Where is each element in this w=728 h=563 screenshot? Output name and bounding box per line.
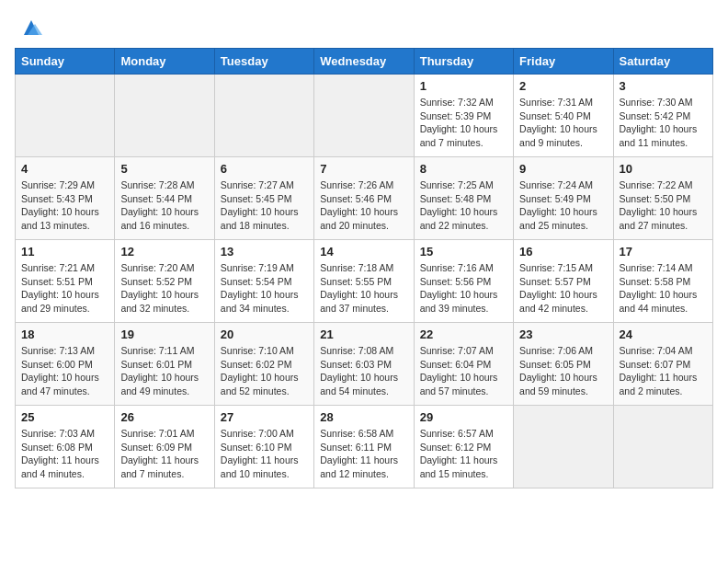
calendar-table: SundayMondayTuesdayWednesdayThursdayFrid… bbox=[15, 48, 713, 488]
calendar-cell: 8Sunrise: 7:25 AM Sunset: 5:48 PM Daylig… bbox=[414, 157, 513, 240]
calendar-cell: 22Sunrise: 7:07 AM Sunset: 6:04 PM Dayli… bbox=[414, 323, 513, 406]
calendar-cell: 27Sunrise: 7:00 AM Sunset: 6:10 PM Dayli… bbox=[214, 406, 313, 488]
day-number: 7 bbox=[320, 162, 407, 176]
day-header-saturday: Saturday bbox=[613, 49, 712, 75]
logo bbox=[15, 15, 44, 40]
calendar-cell: 4Sunrise: 7:29 AM Sunset: 5:43 PM Daylig… bbox=[16, 157, 115, 240]
calendar-cell: 26Sunrise: 7:01 AM Sunset: 6:09 PM Dayli… bbox=[115, 406, 214, 488]
day-info: Sunrise: 6:57 AM Sunset: 6:12 PM Dayligh… bbox=[420, 427, 507, 481]
calendar-cell: 7Sunrise: 7:26 AM Sunset: 5:46 PM Daylig… bbox=[314, 157, 414, 240]
day-info: Sunrise: 7:06 AM Sunset: 6:05 PM Dayligh… bbox=[519, 344, 607, 398]
calendar-week-2: 4Sunrise: 7:29 AM Sunset: 5:43 PM Daylig… bbox=[16, 157, 713, 240]
day-number: 11 bbox=[21, 245, 108, 259]
calendar-cell: 24Sunrise: 7:04 AM Sunset: 6:07 PM Dayli… bbox=[613, 323, 712, 406]
calendar-cell: 11Sunrise: 7:21 AM Sunset: 5:51 PM Dayli… bbox=[16, 240, 115, 323]
calendar-cell bbox=[115, 75, 214, 157]
day-number: 27 bbox=[221, 410, 308, 424]
calendar-cell bbox=[314, 75, 414, 157]
calendar-cell: 14Sunrise: 7:18 AM Sunset: 5:55 PM Dayli… bbox=[314, 240, 414, 323]
day-number: 21 bbox=[320, 327, 407, 341]
calendar-cell: 12Sunrise: 7:20 AM Sunset: 5:52 PM Dayli… bbox=[115, 240, 214, 323]
calendar-cell bbox=[514, 406, 613, 488]
day-info: Sunrise: 7:01 AM Sunset: 6:09 PM Dayligh… bbox=[120, 427, 208, 481]
day-info: Sunrise: 7:15 AM Sunset: 5:57 PM Dayligh… bbox=[519, 261, 607, 316]
calendar-cell: 23Sunrise: 7:06 AM Sunset: 6:05 PM Dayli… bbox=[514, 323, 613, 406]
calendar-cell: 5Sunrise: 7:28 AM Sunset: 5:44 PM Daylig… bbox=[115, 157, 214, 240]
day-info: Sunrise: 7:26 AM Sunset: 5:46 PM Dayligh… bbox=[320, 178, 407, 233]
day-number: 6 bbox=[221, 162, 308, 176]
day-number: 9 bbox=[519, 162, 607, 176]
calendar-cell bbox=[613, 406, 712, 488]
day-number: 17 bbox=[620, 245, 707, 259]
days-header-row: SundayMondayTuesdayWednesdayThursdayFrid… bbox=[16, 49, 713, 75]
day-info: Sunrise: 7:16 AM Sunset: 5:56 PM Dayligh… bbox=[420, 261, 507, 316]
day-info: Sunrise: 7:22 AM Sunset: 5:50 PM Dayligh… bbox=[620, 178, 707, 233]
calendar-cell: 21Sunrise: 7:08 AM Sunset: 6:03 PM Dayli… bbox=[314, 323, 414, 406]
day-info: Sunrise: 7:21 AM Sunset: 5:51 PM Dayligh… bbox=[21, 261, 108, 316]
day-header-thursday: Thursday bbox=[414, 49, 513, 75]
day-info: Sunrise: 7:08 AM Sunset: 6:03 PM Dayligh… bbox=[320, 344, 407, 398]
day-number: 14 bbox=[320, 245, 407, 259]
day-info: Sunrise: 7:24 AM Sunset: 5:49 PM Dayligh… bbox=[519, 178, 607, 233]
day-info: Sunrise: 7:20 AM Sunset: 5:52 PM Dayligh… bbox=[120, 261, 208, 316]
day-info: Sunrise: 7:31 AM Sunset: 5:40 PM Dayligh… bbox=[519, 96, 607, 150]
calendar-cell: 25Sunrise: 7:03 AM Sunset: 6:08 PM Dayli… bbox=[16, 406, 115, 488]
day-info: Sunrise: 7:32 AM Sunset: 5:39 PM Dayligh… bbox=[420, 96, 507, 150]
day-info: Sunrise: 7:04 AM Sunset: 6:07 PM Dayligh… bbox=[620, 344, 707, 398]
day-number: 13 bbox=[221, 245, 308, 259]
day-header-monday: Monday bbox=[115, 49, 214, 75]
calendar-cell: 16Sunrise: 7:15 AM Sunset: 5:57 PM Dayli… bbox=[514, 240, 613, 323]
calendar-cell: 10Sunrise: 7:22 AM Sunset: 5:50 PM Dayli… bbox=[613, 157, 712, 240]
calendar-week-3: 11Sunrise: 7:21 AM Sunset: 5:51 PM Dayli… bbox=[16, 240, 713, 323]
calendar-cell: 29Sunrise: 6:57 AM Sunset: 6:12 PM Dayli… bbox=[414, 406, 513, 488]
day-number: 22 bbox=[420, 327, 507, 341]
calendar-cell: 19Sunrise: 7:11 AM Sunset: 6:01 PM Dayli… bbox=[115, 323, 214, 406]
calendar-week-1: 1Sunrise: 7:32 AM Sunset: 5:39 PM Daylig… bbox=[16, 75, 713, 157]
day-number: 18 bbox=[21, 327, 108, 341]
day-number: 4 bbox=[21, 162, 108, 176]
day-number: 28 bbox=[320, 410, 407, 424]
day-info: Sunrise: 7:13 AM Sunset: 6:00 PM Dayligh… bbox=[21, 344, 108, 398]
calendar-cell: 6Sunrise: 7:27 AM Sunset: 5:45 PM Daylig… bbox=[214, 157, 313, 240]
logo-icon bbox=[18, 15, 44, 40]
day-info: Sunrise: 7:18 AM Sunset: 5:55 PM Dayligh… bbox=[320, 261, 407, 316]
day-info: Sunrise: 7:03 AM Sunset: 6:08 PM Dayligh… bbox=[21, 427, 108, 481]
day-number: 10 bbox=[620, 162, 707, 176]
day-header-friday: Friday bbox=[514, 49, 613, 75]
calendar-cell: 2Sunrise: 7:31 AM Sunset: 5:40 PM Daylig… bbox=[514, 75, 613, 157]
day-info: Sunrise: 7:25 AM Sunset: 5:48 PM Dayligh… bbox=[420, 178, 507, 233]
calendar-cell: 1Sunrise: 7:32 AM Sunset: 5:39 PM Daylig… bbox=[414, 75, 513, 157]
day-info: Sunrise: 7:00 AM Sunset: 6:10 PM Dayligh… bbox=[221, 427, 308, 481]
calendar-cell: 28Sunrise: 6:58 AM Sunset: 6:11 PM Dayli… bbox=[314, 406, 414, 488]
calendar-header: SundayMondayTuesdayWednesdayThursdayFrid… bbox=[16, 49, 713, 75]
day-number: 15 bbox=[420, 245, 507, 259]
day-number: 29 bbox=[420, 410, 507, 424]
day-number: 8 bbox=[420, 162, 507, 176]
calendar-cell: 9Sunrise: 7:24 AM Sunset: 5:49 PM Daylig… bbox=[514, 157, 613, 240]
day-number: 16 bbox=[519, 245, 607, 259]
day-number: 24 bbox=[620, 327, 707, 341]
day-header-tuesday: Tuesday bbox=[214, 49, 313, 75]
calendar-cell: 15Sunrise: 7:16 AM Sunset: 5:56 PM Dayli… bbox=[414, 240, 513, 323]
day-info: Sunrise: 7:07 AM Sunset: 6:04 PM Dayligh… bbox=[420, 344, 507, 398]
day-number: 23 bbox=[519, 327, 607, 341]
calendar-cell: 18Sunrise: 7:13 AM Sunset: 6:00 PM Dayli… bbox=[16, 323, 115, 406]
day-number: 2 bbox=[519, 79, 607, 93]
calendar-body: 1Sunrise: 7:32 AM Sunset: 5:39 PM Daylig… bbox=[16, 75, 713, 488]
calendar-cell: 17Sunrise: 7:14 AM Sunset: 5:58 PM Dayli… bbox=[613, 240, 712, 323]
page-header bbox=[15, 15, 713, 40]
day-header-sunday: Sunday bbox=[16, 49, 115, 75]
day-info: Sunrise: 7:11 AM Sunset: 6:01 PM Dayligh… bbox=[120, 344, 208, 398]
calendar-cell: 13Sunrise: 7:19 AM Sunset: 5:54 PM Dayli… bbox=[214, 240, 313, 323]
calendar-cell: 20Sunrise: 7:10 AM Sunset: 6:02 PM Dayli… bbox=[214, 323, 313, 406]
calendar-week-5: 25Sunrise: 7:03 AM Sunset: 6:08 PM Dayli… bbox=[16, 406, 713, 488]
calendar-cell: 3Sunrise: 7:30 AM Sunset: 5:42 PM Daylig… bbox=[613, 75, 712, 157]
day-info: Sunrise: 6:58 AM Sunset: 6:11 PM Dayligh… bbox=[320, 427, 407, 481]
day-number: 12 bbox=[120, 245, 208, 259]
calendar-week-4: 18Sunrise: 7:13 AM Sunset: 6:00 PM Dayli… bbox=[16, 323, 713, 406]
day-number: 5 bbox=[120, 162, 208, 176]
calendar-cell bbox=[214, 75, 313, 157]
day-number: 25 bbox=[21, 410, 108, 424]
day-info: Sunrise: 7:14 AM Sunset: 5:58 PM Dayligh… bbox=[620, 261, 707, 316]
day-info: Sunrise: 7:27 AM Sunset: 5:45 PM Dayligh… bbox=[221, 178, 308, 233]
